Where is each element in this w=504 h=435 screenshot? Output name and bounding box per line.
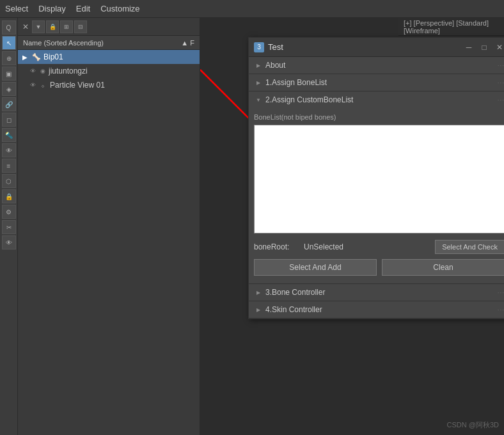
button-row: Select And Add Clean	[254, 259, 504, 276]
toolbar-icon-0[interactable]: Q	[2, 20, 16, 35]
test-dialog: 3 Test ─ □ ✕ ▶ About ··· ▶ 1.Assign Bone…	[248, 37, 504, 319]
about-arrow-icon: ▶	[254, 61, 263, 70]
select-check-button[interactable]: Select And Check	[435, 240, 504, 254]
skin-ctrl-title: 4.Skin Controller	[265, 305, 322, 314]
custom-title: 2.Assign CustomBoneList	[265, 95, 353, 104]
section-custombonelist: ▼ 2.Assign CustomBoneList ··· BoneList(n…	[249, 91, 504, 284]
eye-icon-3: 👁	[28, 81, 37, 90]
expand-icon: ▶	[20, 52, 29, 61]
custom-arrow-icon: ▼	[254, 95, 263, 104]
toolbar-icon-2[interactable]: ⊕	[2, 51, 16, 65]
section-bone-ctrl-header[interactable]: ▶ 3.Bone Controller ···	[249, 284, 504, 301]
viewport-area: [+] [Perspective] [Standard] [Wireframe]…	[200, 18, 504, 435]
bonelist-label: BoneList(not biped bones)	[254, 113, 504, 121]
scene-lock-btn[interactable]: 🔒	[46, 20, 59, 33]
scene-item-particle[interactable]: 👁 ⬦ Particle View 01	[26, 78, 200, 92]
viewport-header: [+] [Perspective] [Standard] [Wireframe]	[398, 18, 504, 36]
bone-ctrl-arrow-icon: ▶	[254, 288, 263, 297]
dialog-title: Test	[268, 42, 464, 52]
scene-item-jiutuntongzi[interactable]: 👁 ◉ jiutuntongzi	[26, 64, 200, 78]
section-custom-header[interactable]: ▼ 2.Assign CustomBoneList ···	[249, 91, 504, 108]
bonelist-title: 1.Assign BoneList	[265, 78, 327, 87]
skin-ctrl-dots: ···	[498, 306, 504, 313]
menu-edit[interactable]: Edit	[76, 4, 90, 13]
dialog-minimize-btn[interactable]: ─	[464, 42, 474, 52]
toolbar-icon-13[interactable]: ✂	[2, 220, 16, 234]
scene-header: Name (Sorted Ascending) ▲ F	[18, 36, 200, 50]
menu-select[interactable]: Select	[5, 4, 28, 13]
bonelist-arrow-icon: ▶	[254, 78, 263, 87]
section-bonelist: ▶ 1.Assign BoneList ···	[249, 74, 504, 91]
scene-item-bip01[interactable]: ▶ 🦴 Bip01	[18, 50, 200, 64]
scene-header-flag: ▲ F	[181, 39, 194, 47]
scene-expand-btn[interactable]: ⊞	[60, 20, 73, 33]
dialog-close-btn[interactable]: ✕	[494, 42, 504, 52]
scene-collapse-btn[interactable]: ⊟	[74, 20, 87, 33]
boneroot-label: boneRoot:	[254, 242, 299, 251]
skin-ctrl-arrow-icon: ▶	[254, 305, 263, 314]
bone-ctrl-dots: ···	[498, 289, 504, 296]
eye-icon-2: ◉	[38, 67, 47, 75]
scene-filter-btn[interactable]: ▼	[32, 20, 45, 33]
scene-item-name-particle: Particle View 01	[50, 81, 105, 90]
toolbar-icon-8[interactable]: 👁	[2, 143, 16, 157]
bonelist-display-area	[254, 125, 504, 233]
toolbar-icon-5[interactable]: 🔗	[2, 97, 16, 111]
bone-icon: 🦴	[32, 52, 41, 61]
boneroot-value: UnSelected	[304, 242, 430, 251]
section-bone-ctrl: ▶ 3.Bone Controller ···	[249, 284, 504, 301]
viewport-label: [+] [Perspective] [Standard] [Wireframe]	[404, 19, 499, 35]
toolbar-icon-10[interactable]: ⬡	[2, 174, 16, 188]
toolbar-icon-4[interactable]: ◈	[2, 82, 16, 96]
toolbar-icon-7[interactable]: 🔦	[2, 128, 16, 142]
scene-item-name-bip01: Bip01	[43, 52, 63, 61]
clean-button[interactable]: Clean	[382, 259, 504, 276]
eye-icon-1: 👁	[28, 67, 37, 75]
custom-content: BoneList(not biped bones) boneRoot: UnSe…	[249, 108, 504, 283]
menu-bar: Select Display Edit Customize	[0, 0, 504, 18]
scene-close-btn[interactable]: ✕	[20, 22, 31, 32]
particle-icon: ⬦	[38, 81, 47, 90]
about-title: About	[265, 61, 285, 70]
section-bonelist-header[interactable]: ▶ 1.Assign BoneList ···	[249, 74, 504, 91]
toolbar-icon-1[interactable]: ↖	[2, 36, 16, 50]
bone-ctrl-title: 3.Bone Controller	[265, 288, 325, 297]
watermark: CSDN @阿秋3D	[447, 420, 499, 430]
section-about-header[interactable]: ▶ About ···	[249, 57, 504, 74]
section-skin-ctrl: ▶ 4.Skin Controller ···	[249, 301, 504, 319]
toolbar-icon-14[interactable]: 👁	[2, 235, 16, 249]
toolbar-icon-3[interactable]: ▣	[2, 67, 16, 81]
about-dots: ···	[498, 62, 504, 69]
select-add-button[interactable]: Select And Add	[254, 259, 377, 276]
left-toolbar: Q ↖ ⊕ ▣ ◈ 🔗 ◻ 🔦 👁 ≡ ⬡ 🔒 ⚙ ✂ 👁	[0, 18, 18, 435]
toolbar-icon-11[interactable]: 🔒	[2, 189, 16, 203]
menu-display[interactable]: Display	[38, 4, 66, 13]
scene-item-name-jiu: jiutuntongzi	[49, 67, 88, 75]
toolbar-icon-6[interactable]: ◻	[2, 113, 16, 127]
scene-panel: ✕ ▼ 🔒 ⊞ ⊟ Name (Sorted Ascending) ▲ F ▶ …	[18, 18, 200, 435]
toolbar-icon-9[interactable]: ≡	[2, 159, 16, 173]
dialog-icon: 3	[254, 42, 264, 52]
scene-sort-label: Name (Sorted Ascending)	[23, 39, 104, 47]
bonelist-dots: ···	[498, 79, 504, 86]
scene-toolbar: ✕ ▼ 🔒 ⊞ ⊟	[18, 18, 200, 36]
menu-customize[interactable]: Customize	[100, 4, 139, 13]
dialog-controls: ─ □ ✕	[464, 42, 504, 52]
dialog-maximize-btn[interactable]: □	[479, 42, 489, 52]
dialog-titlebar: 3 Test ─ □ ✕	[249, 38, 504, 57]
toolbar-icon-12[interactable]: ⚙	[2, 205, 16, 219]
custom-dots: ···	[498, 97, 504, 104]
section-skin-ctrl-header[interactable]: ▶ 4.Skin Controller ···	[249, 301, 504, 318]
section-about: ▶ About ···	[249, 57, 504, 74]
boneroot-row: boneRoot: UnSelected Select And Check	[254, 240, 504, 254]
